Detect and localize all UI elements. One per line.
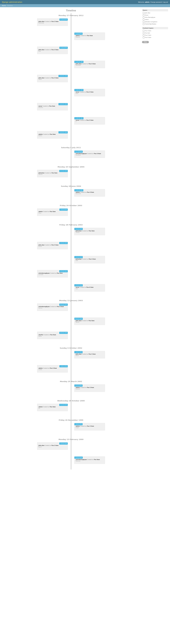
timeline-date-header: Wednesday 25 October 2000 bbox=[37, 398, 105, 404]
timeline-item[interactable]: 3:50:30 AMarturbarseghyan Created an Foo… bbox=[74, 456, 105, 464]
filter-user-checkbox[interactable] bbox=[143, 14, 145, 16]
timeline-item-row: 1:00:33 PMadmin Created an Foo 4 itemCub… bbox=[37, 365, 105, 378]
timeline-item-row: 3:50:30 AMjohn.doe Created an Foo 3 item… bbox=[37, 442, 105, 456]
filter-user-checkbox[interactable] bbox=[143, 19, 145, 20]
timeline-item[interactable]: 9:36:48 PMjohn.doe Created an Foo 3 item… bbox=[37, 46, 68, 54]
timeline-item[interactable]: 4:52:43 AMoscar Created an Foo 4 itemQui… bbox=[74, 284, 105, 292]
timeline-item-row: 8:03:43 AMarturbarseghyan Created an Foo… bbox=[37, 304, 105, 316]
timeline-item[interactable]: 5:11:39 AMarturbarseghyan Created an Foo… bbox=[74, 150, 105, 158]
timeline-date-header: Friday 28 February 2003 bbox=[37, 222, 105, 228]
timeline-time-badge: 4:52:43 AM bbox=[59, 242, 68, 244]
timeline-item-row: 12:42:51 AMjohn.doe Created an Foo 3 ite… bbox=[37, 75, 105, 88]
timeline-item-row: 5:11:39 AMarturbarseghyan Created an Foo… bbox=[37, 150, 105, 164]
filter-user-checkbox[interactable] bbox=[143, 12, 145, 14]
site-title: Django administration bbox=[2, 1, 22, 3]
timeline-date-header: Monday 20 September 2004 bbox=[37, 164, 105, 170]
timeline-item-row: 6:25:59 AMadmin Created an Foo itemEst bbox=[37, 404, 105, 417]
filter-ct-row: Foo 2 item bbox=[143, 34, 167, 36]
filter-user-label: Johnatan Livingstone bbox=[145, 21, 157, 22]
timeline-item[interactable]: 12:42:51 AMoscar Created an Foo 2 itemNu… bbox=[74, 89, 105, 96]
filter-user-label: John Doe bbox=[145, 12, 150, 14]
timeline-item[interactable]: 12:42:51 AMoscar Created an Foo itemPhar… bbox=[37, 103, 68, 110]
timeline-item[interactable]: 12:42:51 AMoscar Created an Foo 3 itemA bbox=[74, 117, 105, 124]
current-user: admin bbox=[145, 2, 150, 3]
filter-ct-label: Foo 3 item bbox=[145, 30, 151, 32]
timeline-time-badge: 6:12:22 AM bbox=[59, 170, 68, 172]
timeline-time-badge: 12:42:51 AM bbox=[74, 61, 83, 63]
timeline-item-row: 4:52:43 AMjohnatan Created an Foo 4 item… bbox=[37, 256, 105, 269]
filter-ct-checkbox[interactable] bbox=[143, 32, 145, 34]
timeline-item-row: 9:36:48 PMadmin Created an Foo itemEdiyu… bbox=[37, 32, 105, 46]
timeline-item[interactable]: 12:42:51 AMjohn.doe Created an Foo 4 ite… bbox=[74, 61, 105, 68]
filter-ct-label: Foo 4 item bbox=[145, 37, 151, 38]
filter-user-checkbox[interactable] bbox=[143, 23, 145, 25]
timeline-item-row: 1:00:33 PMjohn.doe Created an Foo 3 item… bbox=[37, 351, 105, 364]
filter-button[interactable]: Filter bbox=[142, 41, 149, 43]
breadcrumb-current: Timeline bbox=[7, 5, 13, 6]
timeline-item[interactable]: 5:52:34 PMadmin Created an Foo 3 itemEle… bbox=[74, 384, 105, 392]
timeline-item[interactable]: 8:03:43 AMarturbarseghyan Created an Foo… bbox=[37, 304, 68, 311]
timeline-item[interactable]: 12:42:51 AMadmin Created an Foo itemRoth… bbox=[37, 131, 68, 138]
filter-user-checkbox[interactable] bbox=[143, 16, 145, 18]
timeline-time-badge: 1:00:33 PM bbox=[74, 351, 83, 353]
timeline-time-badge: 3:50:30 AM bbox=[74, 456, 83, 459]
timeline-item[interactable]: 9:36:48 PMjohn.doe Created an Foo 2 item… bbox=[37, 18, 68, 26]
timeline-item[interactable]: 7:45:59 PMadmin Created an Foo itemRisus bbox=[37, 208, 68, 216]
timeline-time-badge: 10:58:38 PM bbox=[74, 189, 83, 191]
timeline-item[interactable]: 6:12:22 AMjohnatan Created an Foo itemUl… bbox=[37, 170, 68, 177]
timeline-item[interactable]: 4:52:43 AMarturbarseghyan Created an Foo… bbox=[37, 270, 68, 278]
timeline-item-row: 3:50:30 AMarturbarseghyan Created an Foo… bbox=[37, 456, 105, 470]
timeline-item[interactable]: 8:03:43 AMjohn.doe Created an Foo itemNe… bbox=[74, 318, 105, 325]
filter-ct-checkbox[interactable] bbox=[143, 30, 145, 32]
filter-ct-label: Foo item bbox=[145, 32, 150, 34]
timeline-item[interactable]: 9:36:48 PMadmin Created an Foo itemEdiyu… bbox=[74, 32, 105, 40]
timeline-item[interactable]: 12:42:51 AMjohn.doe Created an Foo 3 ite… bbox=[37, 75, 68, 82]
timeline-item[interactable]: 1:00:33 PMadmin Created an Foo 4 itemCub… bbox=[37, 365, 68, 372]
user-links: Welcome, admin. Change password / Log ou… bbox=[138, 2, 168, 3]
change-password-link[interactable]: Change password bbox=[150, 2, 162, 3]
timeline-item-row: 5:52:34 PMadmin Created an Foo 3 itemEle… bbox=[37, 384, 105, 398]
filter-user-row: Oscar bbox=[143, 14, 167, 16]
header: Django administration Welcome, admin. Ch… bbox=[0, 0, 170, 4]
filter-ct-checkbox[interactable] bbox=[143, 37, 145, 38]
sidebar: Users: John DoeOscarArtur Barseghyanadmi… bbox=[142, 9, 168, 43]
timeline-item-row: 8:03:43 AMjohn.doe Created an Foo itemNe… bbox=[37, 318, 105, 330]
timeline-date-header: Sunday 20 June 2004 bbox=[37, 184, 105, 189]
timeline-item-row: 3:00:04 PMadmin Created an Foo 3 itemAug… bbox=[37, 423, 105, 436]
timeline-item[interactable]: 1:00:33 PMjohn.doe Created an Foo 3 item… bbox=[74, 351, 105, 358]
timeline-item[interactable]: 10:58:38 PMadmin Created an Foo 4 itemPa… bbox=[74, 189, 105, 196]
breadcrumb-home[interactable]: Home bbox=[2, 5, 6, 6]
timeline-time-badge: 12:42:51 AM bbox=[58, 103, 68, 105]
logout-link[interactable]: Log out bbox=[163, 2, 168, 3]
timeline-item-row: 7:45:59 PMadmin Created an Foo itemRisus bbox=[37, 208, 105, 222]
timeline-item-row: 12:42:51 AMadmin Created an Foo itemRoth… bbox=[37, 131, 105, 144]
timeline-time-badge: 8:03:43 AM bbox=[59, 332, 68, 334]
timeline-time-badge: 4:52:43 AM bbox=[74, 228, 83, 230]
timeline-item[interactable]: 4:52:43 AMjohnatan Created an Foo 4 item… bbox=[74, 256, 105, 264]
timeline-item[interactable]: 6:25:59 AMadmin Created an Foo itemEst bbox=[37, 404, 68, 411]
timeline-time-badge: 5:52:34 PM bbox=[74, 384, 83, 386]
timeline-time-badge: 1:00:33 PM bbox=[59, 365, 68, 367]
filter-ct-body: Foo 3 itemFoo itemFoo 2 itemFoo 4 item bbox=[142, 29, 168, 39]
timeline-item[interactable]: 4:52:43 AMjohn.doe Created an Foo 3 item… bbox=[37, 242, 68, 249]
timeline-time-badge: 12:42:51 AM bbox=[74, 89, 83, 91]
filter-user-row: Artur Barseghyan bbox=[143, 16, 167, 18]
timeline-item[interactable]: 8:03:43 AMcharlie Created an Foo itemMet… bbox=[37, 332, 68, 339]
timeline-item-row: 12:42:51 AMoscar Created an Foo 3 itemA bbox=[37, 117, 105, 130]
timeline-item[interactable]: 3:00:04 PMadmin Created an Foo 3 itemAug… bbox=[74, 423, 105, 430]
filter-ct-row: Foo 3 item bbox=[143, 30, 167, 32]
filter-ct-label: Foo 2 item bbox=[145, 34, 151, 36]
filter-user-checkbox[interactable] bbox=[143, 21, 145, 23]
timeline-time-badge: 4:52:43 AM bbox=[59, 270, 68, 272]
timeline-item[interactable]: 4:52:43 AMjohnatan Created an Foo itemTe… bbox=[74, 228, 105, 235]
timeline-time-badge: 5:11:39 AM bbox=[74, 150, 83, 153]
timeline-time-badge: 12:42:51 AM bbox=[74, 117, 83, 119]
timeline-time-badge: 9:36:48 PM bbox=[74, 33, 83, 35]
filter-ct-checkbox[interactable] bbox=[143, 34, 145, 36]
timeline-item-row: 10:58:38 PMadmin Created an Foo 4 itemPa… bbox=[37, 189, 105, 202]
timeline-date-header: Monday 25 March 2002 bbox=[37, 379, 105, 384]
filter-user-row: Charlie Big Potatoe bbox=[143, 23, 167, 25]
timeline-time-badge: 8:03:43 AM bbox=[74, 318, 83, 320]
timeline-item[interactable]: 3:50:30 AMjohn.doe Created an Foo 3 item… bbox=[37, 442, 68, 450]
filter-ct-row: Foo 4 item bbox=[143, 36, 167, 39]
